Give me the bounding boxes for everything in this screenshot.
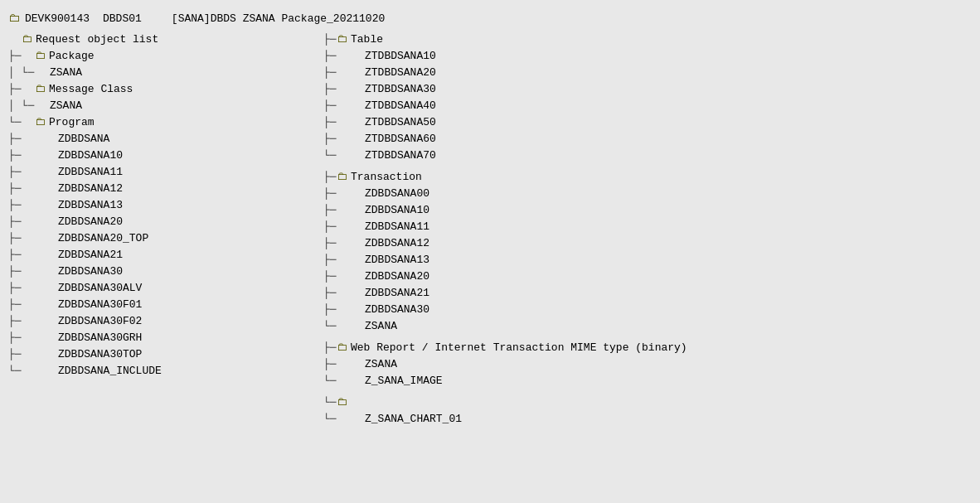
header-row: 🗀 DEVK900143 DBDS01 [SANA]DBDS ZSANA Pac… xyxy=(8,8,972,28)
right-item: ├─ZDBDSANA00 xyxy=(323,186,972,202)
program-item-label: ZDBDSANA30F01 xyxy=(58,297,142,313)
server-label: DEVK900143 xyxy=(25,12,90,25)
package-item-zsana: │ └─ ZSANA xyxy=(8,65,323,81)
program-item-label: ZDBDSANA_INCLUDE xyxy=(58,363,162,380)
program-item-label: ZDBDSANA10 xyxy=(58,148,123,164)
program-item-label: ZDBDSANA12 xyxy=(58,181,123,197)
right-item-label: ZTDBDSANA40 xyxy=(365,98,436,114)
message-class-zsana-label: ZSANA xyxy=(50,98,82,114)
right-tree: ├─🗀Table ├─ZTDBDSANA10 ├─ZTDBDSANA20 ├─Z… xyxy=(323,31,972,433)
folder-icon-message-class: 🗀 xyxy=(35,81,46,98)
program-item: ├─ZDBDSANA12 xyxy=(8,181,323,197)
right-item: ├─ZDBDSANA12 xyxy=(323,235,972,252)
program-item: └─ZDBDSANA_INCLUDE xyxy=(8,363,323,380)
message-class-section: ├─ 🗀 Message Class │ └─ ZSANA xyxy=(8,81,323,114)
right-item-label: ZDBDSANA21 xyxy=(365,285,429,302)
right-section-label-2: Web Report / Internet Transaction MIME t… xyxy=(351,340,687,356)
right-section-label-0: Table xyxy=(351,31,383,48)
folder-icon-right-2: 🗀 xyxy=(337,340,347,356)
right-item: ├─ZTDBDSANA40 xyxy=(323,98,972,114)
program-item-label: ZDBDSANA30TOP xyxy=(58,346,142,363)
right-section-3: └─🗀 └─Z_SANA_CHART_01 xyxy=(323,394,972,433)
main-container: 🗀 DEVK900143 DBDS01 [SANA]DBDS ZSANA Pac… xyxy=(0,0,980,503)
program-item-label: ZDBDSANA13 xyxy=(58,197,123,214)
folder-icon-package: 🗀 xyxy=(35,48,46,65)
program-item-label: ZDBDSANA xyxy=(58,131,109,148)
program-item: ├─ZDBDSANA30 xyxy=(8,264,323,280)
program-item: ├─ZDBDSANA xyxy=(8,131,323,148)
program-item: ├─ZDBDSANA30F02 xyxy=(8,313,323,330)
folder-icon-right-3: 🗀 xyxy=(337,394,347,411)
package-section: ├─ 🗀 Package │ └─ ZSANA xyxy=(8,48,323,81)
right-section-header-0: ├─🗀Table xyxy=(323,31,972,48)
folder-icon-root: 🗀 xyxy=(22,31,32,48)
right-item: ├─ZDBDSANA30 xyxy=(323,302,972,318)
package-path-label: [SANA]DBDS ZSANA Package_20211020 xyxy=(172,12,385,25)
right-item: ├─ZTDBDSANA20 xyxy=(323,65,972,81)
right-section-connector-3: └─🗀 xyxy=(323,394,972,411)
program-item-label: ZDBDSANA21 xyxy=(58,247,123,264)
folder-icon-right-0: 🗀 xyxy=(337,31,347,48)
program-item: ├─ZDBDSANA30F01 xyxy=(8,297,323,313)
message-class-header-row: ├─ 🗀 Message Class xyxy=(8,81,323,98)
left-tree: 🗀 Request object list ├─ 🗀 Package │ └─ … xyxy=(8,31,323,433)
program-item: ├─ZDBDSANA30TOP xyxy=(8,346,323,363)
right-item: ├─ZTDBDSANA30 xyxy=(323,81,972,98)
program-item-label: ZDBDSANA20_TOP xyxy=(58,230,148,247)
right-item: └─ZSANA xyxy=(323,318,972,335)
right-section-1: ├─🗀Transaction ├─ZDBDSANA00 ├─ZDBDSANA10… xyxy=(323,169,972,340)
folder-icon-header: 🗀 xyxy=(8,12,20,25)
right-item: ├─ZDBDSANA20 xyxy=(323,268,972,285)
right-item-label: Z_SANA_IMAGE xyxy=(365,373,443,389)
right-item: ├─ZTDBDSANA10 xyxy=(323,48,972,65)
program-item: ├─ZDBDSANA21 xyxy=(8,247,323,264)
program-item: ├─ZDBDSANA30GRH xyxy=(8,330,323,346)
db-label: DBDS01 xyxy=(103,12,142,25)
right-item: ├─ZDBDSANA13 xyxy=(323,252,972,268)
right-item: ├─ZDBDSANA21 xyxy=(323,285,972,302)
program-item: ├─ZDBDSANA20_TOP xyxy=(8,230,323,247)
program-item: ├─ZDBDSANA20 xyxy=(8,214,323,230)
right-section-label-1: Transaction xyxy=(351,169,422,186)
program-item: ├─ZDBDSANA13 xyxy=(8,197,323,214)
program-label: Program xyxy=(49,114,95,131)
right-item-label: Z_SANA_CHART_01 xyxy=(365,411,462,428)
right-item: ├─ZDBDSANA10 xyxy=(323,202,972,219)
right-item: └─ZTDBDSANA70 xyxy=(323,148,972,164)
right-item-label: ZDBDSANA30 xyxy=(365,302,429,318)
right-item-label: ZSANA xyxy=(365,318,397,335)
right-item-label: ZTDBDSANA10 xyxy=(365,48,436,65)
program-item-label: ZDBDSANA11 xyxy=(58,164,123,181)
right-item-label: ZTDBDSANA30 xyxy=(365,81,436,98)
right-item-label: ZDBDSANA00 xyxy=(365,186,429,202)
right-item-label: ZTDBDSANA70 xyxy=(365,148,436,164)
program-items: ├─ZDBDSANA ├─ZDBDSANA10 ├─ZDBDSANA11 ├─Z… xyxy=(8,131,323,380)
request-object-list-row: 🗀 Request object list xyxy=(8,31,323,48)
right-section-header-1: ├─🗀Transaction xyxy=(323,169,972,186)
right-item-label: ZDBDSANA20 xyxy=(365,268,429,285)
program-item-label: ZDBDSANA30GRH xyxy=(58,330,142,346)
right-item-label: ZDBDSANA10 xyxy=(365,202,429,219)
right-item-label: ZDBDSANA11 xyxy=(365,219,429,235)
package-label: Package xyxy=(49,48,95,65)
package-header-row: ├─ 🗀 Package xyxy=(8,48,323,65)
program-item-label: ZDBDSANA20 xyxy=(58,214,123,230)
request-object-list-label: Request object list xyxy=(36,31,158,48)
message-class-item-zsana: │ └─ ZSANA xyxy=(8,98,323,114)
program-item-label: ZDBDSANA30 xyxy=(58,264,123,280)
right-section-2: ├─🗀Web Report / Internet Transaction MIM… xyxy=(323,340,972,394)
right-sections: ├─🗀Table ├─ZTDBDSANA10 ├─ZTDBDSANA20 ├─Z… xyxy=(323,31,972,433)
right-item: └─Z_SANA_IMAGE xyxy=(323,373,972,389)
folder-icon-right-1: 🗀 xyxy=(337,169,347,186)
right-item: └─Z_SANA_CHART_01 xyxy=(323,411,972,428)
tree-columns: 🗀 Request object list ├─ 🗀 Package │ └─ … xyxy=(8,31,972,433)
right-item: ├─ZDBDSANA11 xyxy=(323,219,972,235)
right-item: ├─ZTDBDSANA50 xyxy=(323,114,972,131)
program-item: ├─ZDBDSANA10 xyxy=(8,148,323,164)
right-item: ├─ZTDBDSANA60 xyxy=(323,131,972,148)
right-section-0: ├─🗀Table ├─ZTDBDSANA10 ├─ZTDBDSANA20 ├─Z… xyxy=(323,31,972,169)
program-section: └─ 🗀 Program ├─ZDBDSANA ├─ZDBDSANA10 ├─Z… xyxy=(8,114,323,380)
right-item: ├─ZSANA xyxy=(323,356,972,373)
right-item-label: ZDBDSANA12 xyxy=(365,235,429,252)
right-item-label: ZTDBDSANA60 xyxy=(365,131,436,148)
